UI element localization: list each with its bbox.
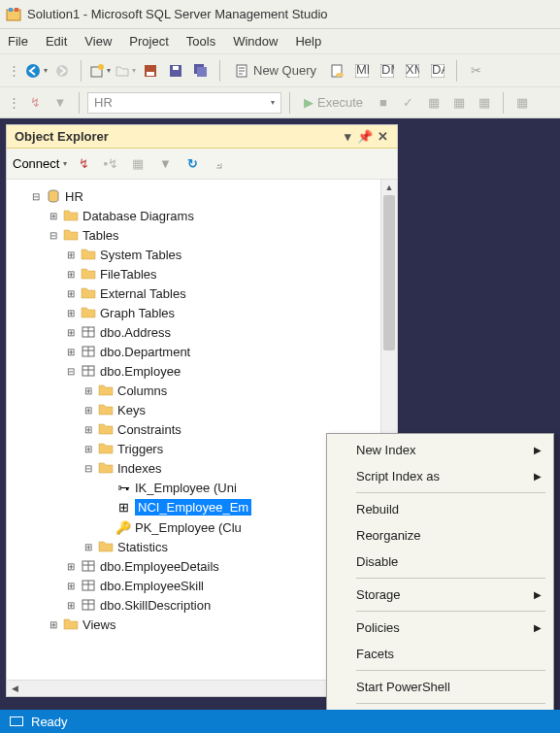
save-disk-button[interactable] — [165, 59, 186, 83]
collapse-icon[interactable]: ⊟ — [82, 462, 94, 474]
cm-reorganize[interactable]: Reorganize — [329, 522, 551, 549]
new-query-button[interactable]: New Query — [228, 59, 322, 83]
expand-icon[interactable]: ⊞ — [65, 346, 77, 357]
index-nci-node[interactable]: ·⊞NCI_Employee_Em — [98, 498, 253, 516]
dax-button[interactable]: DAX — [427, 59, 448, 83]
disconnect-button[interactable]: ↯ — [73, 152, 94, 176]
menu-help[interactable]: Help — [295, 34, 321, 49]
horizontal-scrollbar[interactable]: ◀ ▶ — [7, 680, 380, 696]
opts4-button[interactable]: ▦ — [511, 91, 533, 115]
folder-icon — [98, 441, 114, 456]
views-node[interactable]: ⊞Views — [46, 616, 117, 633]
parse-button[interactable]: ✓ — [398, 91, 419, 115]
stop-button[interactable]: ■ — [373, 91, 394, 115]
expand-icon[interactable]: ⊞ — [65, 249, 77, 260]
menu-window[interactable]: Window — [233, 34, 278, 49]
nav-fwd-button[interactable] — [51, 59, 73, 83]
save-all-button[interactable] — [190, 59, 212, 83]
activity-icon[interactable]: ⟓ — [209, 152, 230, 176]
filter-button[interactable]: ▦ — [127, 152, 148, 176]
debug-button[interactable]: ▼ — [49, 91, 71, 115]
cm-policies[interactable]: Policies▶ — [329, 615, 551, 641]
execute-button[interactable]: ▶Execute — [298, 91, 369, 115]
sql-toolbar: ⋮ ↯ ▼ HR▾ ▶Execute ■ ✓ ▦ ▦ ▦ ▦ — [0, 87, 560, 118]
funnel-icon[interactable]: ▼ — [154, 152, 176, 176]
db-node[interactable]: ⊟ HR — [28, 187, 85, 205]
dmx-button[interactable]: DMX — [377, 59, 398, 83]
expand-icon[interactable]: ⊞ — [65, 287, 77, 299]
keys-node[interactable]: ⊞Keys — [81, 401, 148, 418]
stop-conn-button[interactable]: ▪↯ — [100, 152, 121, 176]
expand-icon[interactable]: ⊞ — [82, 384, 94, 396]
menu-tools[interactable]: Tools — [186, 34, 215, 49]
expand-icon[interactable]: ⊞ — [65, 580, 77, 591]
menu-edit[interactable]: Edit — [46, 34, 67, 49]
cm-start-powershell[interactable]: Start PowerShell — [329, 674, 551, 700]
system-tables-node[interactable]: ⊞System Tables — [63, 246, 183, 263]
open-button[interactable]: ▾ — [115, 59, 136, 83]
opts3-button[interactable]: ▦ — [474, 91, 495, 115]
mdx-button[interactable]: MDX — [351, 59, 373, 83]
opts1-button[interactable]: ▦ — [423, 91, 445, 115]
expand-icon[interactable]: ⊞ — [82, 541, 94, 552]
new-project-button[interactable]: ▾ — [89, 59, 111, 83]
xmla-button[interactable]: XMLA — [402, 59, 423, 83]
menu-view[interactable]: View — [84, 34, 112, 49]
indexes-node[interactable]: ⊟Indexes — [81, 459, 164, 477]
constraints-node[interactable]: ⊞Constraints — [81, 420, 183, 438]
triggers-node[interactable]: ⊞Triggers — [81, 440, 165, 457]
cut-button[interactable]: ✂ — [465, 59, 486, 83]
refresh-icon[interactable]: ↻ — [181, 152, 203, 176]
table-empdetails-node[interactable]: ⊞dbo.EmployeeDetails — [63, 557, 221, 575]
connect-button[interactable]: Connect▾ — [13, 156, 67, 171]
pin-icon[interactable]: 📌 — [358, 129, 372, 144]
opts2-button[interactable]: ▦ — [448, 91, 470, 115]
table-empskill-node[interactable]: ⊞dbo.EmployeeSkill — [63, 577, 206, 594]
file-tables-node[interactable]: ⊞FileTables — [63, 265, 159, 283]
expand-icon[interactable]: ⊞ — [65, 326, 77, 338]
cm-script-index-as[interactable]: Script Index as▶ — [329, 463, 551, 489]
expand-icon[interactable]: ⊞ — [48, 618, 59, 630]
scroll-thumb[interactable] — [383, 195, 395, 350]
table-employee-node[interactable]: ⊟dbo.Employee — [63, 362, 182, 380]
branch-button[interactable]: ↯ — [24, 91, 46, 115]
graph-tables-node[interactable]: ⊞Graph Tables — [63, 304, 177, 321]
expand-icon[interactable]: ⊞ — [82, 443, 94, 454]
scroll-up-icon[interactable]: ▲ — [381, 180, 397, 195]
menu-project[interactable]: Project — [129, 34, 168, 49]
index-ik-node[interactable]: ·🗝IK_Employee (Uni — [98, 479, 239, 496]
expand-icon[interactable]: ⊞ — [82, 404, 94, 416]
expand-icon[interactable]: ⊞ — [65, 560, 77, 572]
db-diagrams-node[interactable]: ⊞Database Diagrams — [46, 207, 196, 224]
nav-back-button[interactable]: ▾ — [24, 59, 48, 83]
expand-icon[interactable]: ⊞ — [65, 307, 77, 318]
cm-facets[interactable]: Facets — [329, 641, 551, 667]
close-icon[interactable]: ✕ — [376, 129, 389, 144]
table-skilldesc-node[interactable]: ⊞dbo.SkillDescription — [63, 596, 213, 614]
cm-disable[interactable]: Disable — [329, 549, 551, 575]
table-department-node[interactable]: ⊞dbo.Department — [63, 343, 192, 360]
expand-icon[interactable]: ⊞ — [48, 210, 59, 221]
expand-icon[interactable]: ⊞ — [82, 423, 94, 435]
db-query-button[interactable] — [326, 59, 347, 83]
panel-menu-icon[interactable]: ▾ — [341, 129, 354, 144]
table-address-node[interactable]: ⊞dbo.Address — [63, 323, 173, 341]
tables-node[interactable]: ⊟Tables — [46, 226, 121, 244]
collapse-icon[interactable]: ⊟ — [30, 190, 42, 202]
expand-icon[interactable]: ⊞ — [65, 268, 77, 280]
menu-file[interactable]: File — [8, 34, 28, 49]
external-tables-node[interactable]: ⊞External Tables — [63, 284, 188, 302]
cm-new-index[interactable]: New Index▶ — [329, 437, 551, 463]
scroll-left-icon[interactable]: ◀ — [7, 681, 22, 696]
columns-node[interactable]: ⊞Columns — [81, 382, 169, 399]
database-combo[interactable]: HR▾ — [87, 92, 281, 114]
expand-icon[interactable]: ⊞ — [65, 599, 77, 611]
index-pk-node[interactable]: ·🔑PK_Employee (Clu — [98, 518, 244, 536]
statistics-node[interactable]: ⊞Statistics — [81, 538, 170, 555]
save-button[interactable] — [140, 59, 161, 83]
cm-rebuild[interactable]: Rebuild — [329, 496, 551, 522]
folder-icon — [98, 402, 114, 417]
collapse-icon[interactable]: ⊟ — [48, 229, 59, 241]
cm-storage[interactable]: Storage▶ — [329, 582, 551, 608]
collapse-icon[interactable]: ⊟ — [65, 365, 77, 377]
